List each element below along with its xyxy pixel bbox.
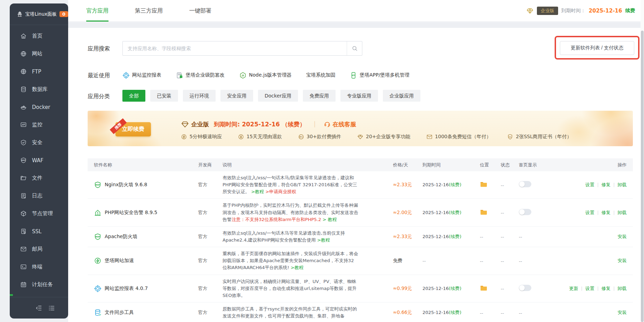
search-input[interactable] bbox=[123, 41, 347, 55]
category-security[interactable]: 安全应用 bbox=[220, 90, 253, 102]
recent-app[interactable]: APP堡塔APP/堡塔多机管理 bbox=[350, 72, 409, 79]
category-docker[interactable]: Docker应用 bbox=[258, 90, 298, 102]
recent-app[interactable]: 网站监控报表 bbox=[122, 72, 161, 79]
target-icon bbox=[94, 285, 102, 292]
category-all[interactable]: 全部 bbox=[122, 90, 145, 102]
banner-expire-text[interactable]: 到期时间: 2025-12-16 （续费） bbox=[214, 120, 305, 128]
sidebar-item-logs[interactable]: 日志 bbox=[10, 187, 68, 205]
sidebar-item-ftp[interactable]: FTP bbox=[10, 63, 68, 80]
sidebar-item-security[interactable]: 安全 bbox=[10, 134, 68, 151]
action-uninstall[interactable]: 卸载 bbox=[618, 210, 627, 215]
renew-link[interactable]: (续费) bbox=[449, 210, 461, 215]
sidebar-item-node[interactable]: 节点管理 bbox=[10, 205, 68, 222]
recent-app[interactable]: 堡塔企业级防篡改 bbox=[176, 72, 225, 79]
license-apply-link[interactable]: >申请商业授权 bbox=[265, 189, 296, 194]
tab-official[interactable]: 官方应用 bbox=[86, 0, 108, 22]
tutorial-link[interactable]: >教程 bbox=[291, 265, 304, 270]
actions-cell: 安装 bbox=[554, 309, 627, 316]
action-settings[interactable]: 设置 bbox=[585, 210, 594, 215]
expire-cell: 2025-12-16(续费) bbox=[422, 210, 480, 216]
category-pro[interactable]: 专业版应用 bbox=[340, 90, 378, 102]
folder-icon[interactable] bbox=[480, 284, 488, 291]
action-settings[interactable]: 设置 bbox=[585, 286, 594, 291]
table-header: 软件名称开发商说明价格/天到期时间位置状态首页显示操作 bbox=[88, 158, 633, 171]
renew-link[interactable]: (续费) bbox=[449, 286, 461, 291]
menu-list-icon[interactable] bbox=[48, 305, 55, 312]
sidebar-item-site[interactable]: 网站 bbox=[10, 45, 68, 63]
sidebar-item-cron[interactable]: 计划任务 bbox=[10, 276, 68, 293]
home-display-toggle[interactable] bbox=[519, 285, 531, 291]
home-display-toggle[interactable] bbox=[519, 209, 531, 215]
folder-icon[interactable] bbox=[480, 181, 488, 188]
action-repair[interactable]: 修复 bbox=[602, 182, 611, 187]
recent-app[interactable]: JSNode.js版本管理器 bbox=[239, 72, 291, 79]
software-table: 软件名称开发商说明价格/天到期时间位置状态首页显示操作 WAFNginx防火墙 … bbox=[88, 158, 633, 322]
recent-app-label: 宝塔系统加固 bbox=[306, 72, 335, 78]
banner-feature: 5分钟极速响应 bbox=[181, 134, 222, 140]
app-name: Nginx防火墙 9.6.8 bbox=[105, 182, 147, 188]
message-count-badge[interactable]: 0 bbox=[59, 11, 68, 17]
renew-link[interactable]: (续费) bbox=[449, 182, 461, 187]
action-update[interactable]: 更新 bbox=[569, 286, 578, 291]
sidebar-item-ssl[interactable]: SSL bbox=[10, 222, 68, 240]
tutorial-link[interactable]: > 教程 bbox=[321, 217, 337, 222]
action-install[interactable]: 安装 bbox=[618, 310, 627, 315]
category-installed[interactable]: 已安装 bbox=[150, 90, 178, 102]
sidebar-item-database[interactable]: 数据库 bbox=[10, 80, 68, 98]
plugin-30-icon: 30+ bbox=[298, 134, 304, 140]
database-icon bbox=[20, 86, 27, 93]
action-repair[interactable]: 修复 bbox=[602, 286, 611, 291]
tab-deploy[interactable]: 一键部署 bbox=[189, 0, 211, 22]
update-software-list-button[interactable]: 更新软件列表 / 支付状态 bbox=[560, 41, 634, 55]
folder-icon[interactable] bbox=[480, 209, 488, 215]
sidebar-item-home[interactable]: 首页 bbox=[10, 27, 68, 45]
tutorial-link[interactable]: >教程 bbox=[317, 237, 330, 243]
category-enterprise[interactable]: 企业版应用 bbox=[383, 90, 420, 102]
actions-cell: 设置|修复|卸载 bbox=[554, 210, 627, 216]
action-settings[interactable]: 设置 bbox=[585, 182, 594, 187]
recent-app[interactable]: 宝塔系统加固 bbox=[306, 72, 335, 78]
action-repair[interactable]: 修复 bbox=[602, 210, 611, 215]
home-display-toggle[interactable] bbox=[519, 181, 531, 187]
sidebar-item-docker[interactable]: Docker bbox=[10, 98, 68, 116]
renew-now-button[interactable]: 立即续费 推荐 bbox=[115, 122, 151, 136]
sidebar-item-label: 安全 bbox=[32, 139, 42, 146]
banner-license-line: 企业版 到期时间: 2025-12-16 （续费） │ 在线客服 bbox=[181, 120, 356, 128]
sidebar-item-label: Docker bbox=[32, 104, 50, 110]
renew-link[interactable]: (续费) bbox=[449, 234, 461, 239]
online-support-link[interactable]: 在线客服 bbox=[332, 120, 356, 128]
search-button[interactable] bbox=[347, 41, 362, 55]
renew-link[interactable]: 续费 bbox=[625, 8, 635, 14]
sidebar-item-monitor[interactable]: 监控 bbox=[10, 116, 68, 134]
empty-value: -- bbox=[501, 210, 504, 215]
toggle-knob bbox=[519, 285, 525, 291]
scrollbar-thumb[interactable] bbox=[641, 31, 644, 322]
sidebar-item-terminal[interactable]: 终端 bbox=[10, 258, 68, 276]
category-runtime[interactable]: 运行环境 bbox=[183, 90, 216, 102]
home-display-cell bbox=[519, 209, 554, 217]
license-info: 企业版 到期时间： 2025-12-16 续费 bbox=[526, 0, 635, 22]
search-box bbox=[122, 41, 362, 56]
action-uninstall[interactable]: 卸载 bbox=[618, 286, 627, 291]
expire-cell: 2025-12-16(续费) bbox=[422, 285, 480, 292]
sidebar-item-mail[interactable]: 邮局 bbox=[10, 240, 68, 258]
column-header: 到期时间 bbox=[422, 162, 480, 168]
tab-third-party[interactable]: 第三方应用 bbox=[135, 0, 163, 22]
app-name-cell: WAFApache防火墙 bbox=[94, 233, 198, 241]
renew-link[interactable]: (续费) bbox=[449, 310, 461, 315]
action-install[interactable]: 安装 bbox=[618, 234, 627, 239]
collapse-sidebar-icon[interactable] bbox=[35, 305, 42, 312]
category-free[interactable]: 免费应用 bbox=[303, 90, 336, 102]
tutorial-link[interactable]: >教程 bbox=[251, 189, 264, 194]
home-display-cell bbox=[519, 181, 554, 189]
mail-outline-icon bbox=[426, 134, 433, 140]
empty-value: -- bbox=[501, 234, 504, 239]
action-install[interactable]: 安装 bbox=[618, 258, 627, 263]
recent-app-label: 网站监控报表 bbox=[132, 72, 161, 78]
sidebar-item-waf[interactable]: WAFWAF bbox=[10, 151, 68, 169]
sidebar-item-files[interactable]: 文件 bbox=[10, 169, 68, 187]
price: ≈2.33元 bbox=[393, 234, 422, 240]
empty-value: -- bbox=[501, 183, 504, 188]
empty-value: -- bbox=[501, 286, 504, 291]
action-uninstall[interactable]: 卸载 bbox=[618, 182, 627, 187]
